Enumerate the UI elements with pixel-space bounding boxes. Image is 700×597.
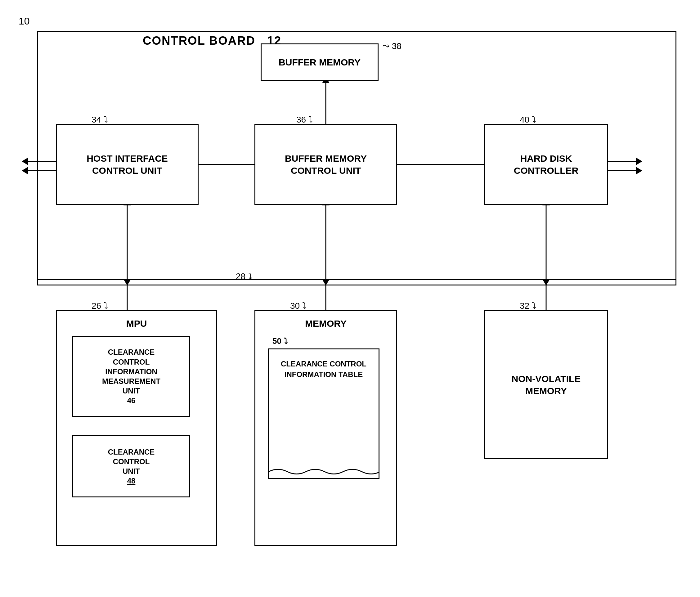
clearance-table-block: CLEARANCE CONTROL INFORMATION TABLE [268,348,379,479]
memory-block: MEMORY 50 ⤵ CLEARANCE CONTROL INFORMATIO… [254,310,397,546]
diagram-number: 10 [19,16,30,27]
mpu-block: MPU CLEARANCE CONTROL INFORMATION MEASUR… [56,310,217,546]
ref-26: 26 ⤵ [92,301,108,311]
clearance-control-unit-block: CLEARANCE CONTROL UNIT 48 [72,436,190,497]
ref-36: 36 ⤵ [296,115,313,125]
memory-label: MEMORY [255,318,396,329]
hard-disk-block: HARD DISK CONTROLLER [484,124,608,205]
bus-separator [37,279,676,280]
ref-40: 40 ⤵ [520,115,536,125]
ref-38: ⤳ 38 [382,41,401,51]
ref-34: 34 ⤵ [92,115,108,125]
ref-30: 30 ⤵ [290,301,306,311]
clearance-info-measurement-block: CLEARANCE CONTROL INFORMATION MEASUREMEN… [72,336,190,417]
bus-number: 28 ⤵ [236,272,252,281]
svg-marker-13 [22,158,28,165]
host-interface-block: HOST INTERFACE CONTROL UNIT [56,124,199,205]
ref-50: 50 ⤵ [272,336,288,347]
buffer-memory-control-block: BUFFER MEMORY CONTROL UNIT [254,124,397,205]
ref-32: 32 ⤵ [520,301,536,311]
buffer-memory-block: BUFFER MEMORY [260,44,378,81]
mpu-label: MPU [57,318,216,329]
svg-marker-15 [22,167,28,174]
non-volatile-memory-block: NON-VOLATILE MEMORY [484,310,608,459]
